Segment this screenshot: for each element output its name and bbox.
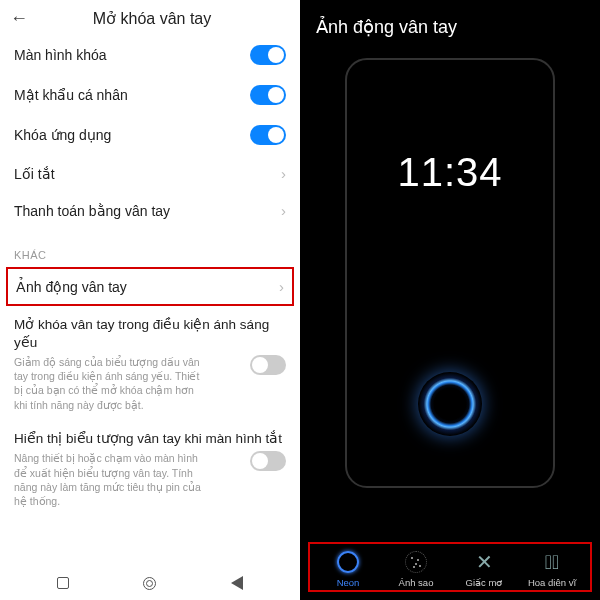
label-password: Mật khẩu cá nhân	[14, 87, 250, 103]
section-other: KHÁC	[0, 229, 300, 265]
style-dream[interactable]: ✕ Giấc mơ	[454, 548, 514, 588]
style-label-dream: Giấc mơ	[466, 577, 503, 588]
style-strip: Neon Ánh sao ✕ Giấc mơ 𓆩𓆪 Hoa diên vĩ	[308, 542, 592, 592]
star-icon	[402, 548, 430, 576]
page-title: Mở khóa vân tay	[14, 9, 290, 28]
toggle-lockscreen[interactable]	[250, 45, 286, 65]
recents-icon[interactable]	[57, 577, 69, 589]
showicon-title: Hiển thị biểu tượng vân tay khi màn hình…	[14, 430, 286, 448]
showicon-sub: Nâng thiết bị hoặc chạm vào màn hình để …	[14, 451, 250, 508]
label-lockscreen: Màn hình khóa	[14, 47, 250, 63]
settings-pane: ← Mở khóa vân tay Màn hình khóa Mật khẩu…	[0, 0, 300, 600]
label-animation: Ảnh động vân tay	[16, 279, 279, 295]
row-lowlight[interactable]: Mở khóa vân tay trong điều kiện ánh sáng…	[0, 308, 300, 422]
row-lockscreen[interactable]: Màn hình khóa	[0, 35, 300, 75]
style-butterfly[interactable]: 𓆩𓆪 Hoa diên vĩ	[522, 548, 582, 588]
chevron-icon: ›	[281, 202, 286, 219]
row-payment[interactable]: Thanh toán bằng vân tay ›	[0, 192, 300, 229]
row-password[interactable]: Mật khẩu cá nhân	[0, 75, 300, 115]
butterfly-icon: 𓆩𓆪	[538, 548, 566, 576]
chevron-icon: ›	[279, 278, 284, 295]
style-label-star: Ánh sao	[399, 577, 434, 588]
header: ← Mở khóa vân tay	[0, 0, 300, 35]
home-icon[interactable]	[143, 577, 156, 590]
style-neon[interactable]: Neon	[318, 548, 378, 588]
toggle-showicon[interactable]	[250, 451, 286, 471]
style-label-neon: Neon	[337, 577, 360, 588]
style-label-butterfly: Hoa diên vĩ	[528, 577, 576, 588]
neon-icon	[334, 548, 362, 576]
toggle-password[interactable]	[250, 85, 286, 105]
row-shortcut[interactable]: Lối tắt ›	[0, 155, 300, 192]
row-applock[interactable]: Khóa ứng dụng	[0, 115, 300, 155]
toggle-applock[interactable]	[250, 125, 286, 145]
style-star[interactable]: Ánh sao	[386, 548, 446, 588]
label-shortcut: Lối tắt	[14, 166, 281, 182]
lowlight-sub: Giảm độ sáng của biểu tượng dấu vân tay …	[14, 355, 250, 412]
chevron-icon: ›	[281, 165, 286, 182]
page-title-right: Ảnh động vân tay	[300, 0, 600, 50]
label-applock: Khóa ứng dụng	[14, 127, 250, 143]
toggle-lowlight[interactable]	[250, 355, 286, 375]
dream-icon: ✕	[470, 548, 498, 576]
row-showicon[interactable]: Hiển thị biểu tượng vân tay khi màn hình…	[0, 422, 300, 518]
android-navbar	[0, 566, 300, 600]
lowlight-title: Mở khóa vân tay trong điều kiện ánh sáng…	[14, 316, 286, 351]
row-animation[interactable]: Ảnh động vân tay ›	[6, 267, 294, 306]
animation-pane: Ảnh động vân tay 11:34 Neon Ánh sao ✕ Gi…	[300, 0, 600, 600]
label-payment: Thanh toán bằng vân tay	[14, 203, 281, 219]
phone-preview: 11:34	[345, 58, 555, 488]
clock: 11:34	[347, 150, 553, 195]
fingerprint-ring-icon	[418, 372, 482, 436]
back-nav-icon[interactable]	[231, 576, 243, 590]
